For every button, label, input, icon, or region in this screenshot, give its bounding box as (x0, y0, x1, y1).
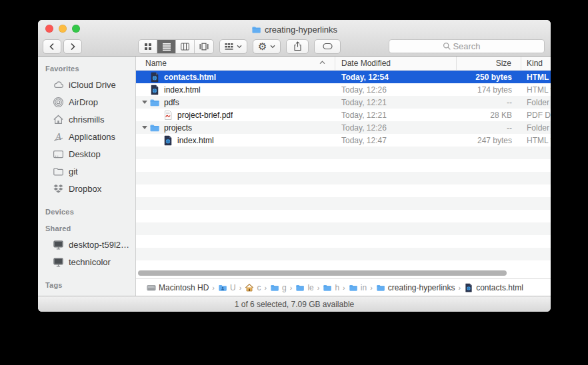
empty-row (136, 184, 551, 197)
share-icon (293, 41, 302, 51)
path-segment-h[interactable]: h (323, 283, 339, 292)
path-separator-icon: › (290, 284, 293, 292)
path-segment-contacts-html[interactable]: contacts.html (464, 283, 523, 292)
sidebar-item-technicolor[interactable]: technicolor (38, 253, 135, 270)
empty-row (136, 159, 551, 172)
path-segment-home[interactable]: c (245, 283, 261, 292)
column-header-name[interactable]: Name (136, 57, 335, 70)
dropbox-icon (53, 183, 64, 194)
sidebar-item-label: technicolor (69, 257, 111, 267)
share-button[interactable] (286, 39, 309, 54)
tag-icon (323, 43, 333, 50)
file-row-projects-folder[interactable]: projects Today, 12:26 -- Folder (136, 121, 551, 134)
home-icon (53, 114, 64, 125)
search-icon (443, 42, 451, 51)
title-bar[interactable]: creating-hyperlinks (38, 20, 551, 37)
file-row-index-html[interactable]: index.html Today, 12:26 174 bytes HTML t… (136, 83, 551, 96)
empty-row (136, 172, 551, 184)
column-header-size[interactable]: Size (457, 57, 521, 70)
empty-row (136, 235, 551, 248)
minimize-button[interactable] (59, 25, 67, 33)
scrollbar-thumb[interactable] (138, 270, 507, 276)
action-button[interactable]: ⚙ (253, 39, 281, 54)
sort-ascending-icon (319, 61, 325, 65)
disclosure-triangle[interactable] (140, 101, 149, 104)
sidebar-item-airdrop[interactable]: AirDrop (38, 93, 135, 111)
status-bar: 1 of 6 selected, 7.09 GB available (38, 296, 551, 312)
folder-icon (270, 283, 279, 292)
list-icon (163, 43, 171, 51)
file-row-contacts-html[interactable]: contacts.html Today, 12:54 250 bytes HTM… (136, 71, 551, 83)
sidebar-item-git[interactable]: git (38, 163, 135, 180)
back-button[interactable] (43, 39, 61, 54)
sidebar-item-dropbox[interactable]: Dropbox (38, 180, 135, 197)
sidebar-item-label: AirDrop (69, 97, 98, 107)
path-separator-icon: › (212, 284, 215, 292)
forward-button[interactable] (63, 39, 82, 54)
arrange-button[interactable] (219, 39, 247, 54)
window-title-group: creating-hyperlinks (251, 22, 337, 35)
folder-icon (349, 283, 358, 292)
window-chrome: creating-hyperlinks (38, 20, 551, 57)
desktop-icon (53, 149, 64, 160)
sidebar-item-label: chrismills (69, 115, 104, 125)
path-segment-le[interactable]: le (295, 283, 313, 292)
empty-row (136, 147, 551, 159)
search-field[interactable] (389, 39, 545, 53)
column-header-kind[interactable]: Kind (521, 57, 551, 70)
icon-view-button[interactable] (139, 40, 157, 53)
coverflow-view-button[interactable] (195, 40, 213, 53)
empty-row (136, 197, 551, 210)
file-row-project-brief-pdf[interactable]: project-brief.pdf Today, 12:21 28 KB PDF… (136, 109, 551, 121)
grid-icon (144, 43, 152, 51)
sidebar-item-label: desktop-t59l2… (69, 240, 129, 250)
empty-row (136, 248, 551, 260)
file-row-projects-index-html[interactable]: index.html Today, 12:47 247 bytes HTML t… (136, 134, 551, 147)
column-view-button[interactable] (176, 40, 195, 53)
path-segment-git[interactable]: g (270, 283, 287, 292)
disclosure-triangle[interactable] (140, 126, 149, 129)
close-button[interactable] (45, 25, 53, 33)
sidebar-item-icloud-drive[interactable]: iCloud Drive (38, 76, 135, 93)
file-row-pdfs-folder[interactable]: pdfs Today, 12:21 -- Folder (136, 96, 551, 109)
zoom-button[interactable] (72, 25, 80, 33)
sidebar: Favorites iCloud Drive AirDrop chrismill… (38, 57, 136, 296)
chevron-left-icon (49, 43, 55, 51)
folder-icon (149, 123, 160, 133)
column-header-date-modified[interactable]: Date Modified (335, 57, 457, 70)
monitor-icon (53, 239, 64, 250)
path-segment-users[interactable]: U (218, 283, 236, 292)
horizontal-scrollbar[interactable] (136, 270, 551, 277)
folder-proxy-icon (251, 25, 261, 35)
sidebar-item-desktop-t59l2[interactable]: desktop-t59l2… (38, 236, 135, 253)
html-file-icon (149, 85, 160, 95)
path-segment-macintosh-hd[interactable]: Macintosh HD (147, 283, 209, 292)
finder-window: creating-hyperlinks (38, 20, 551, 312)
window-title: creating-hyperlinks (265, 25, 337, 35)
path-separator-icon: › (239, 284, 242, 292)
view-mode-segmented-control (138, 39, 214, 54)
sidebar-section-tags: Tags (38, 276, 135, 292)
sidebar-item-desktop[interactable]: Desktop (38, 145, 135, 163)
path-separator-icon: › (370, 284, 373, 292)
cloud-icon (53, 79, 64, 91)
gear-icon: ⚙ (258, 41, 267, 51)
path-segment-creating-hyperlinks[interactable]: creating-hyperlinks (376, 283, 455, 292)
folder-outline-icon (53, 166, 64, 177)
tag-button[interactable] (314, 39, 341, 54)
path-separator-icon: › (317, 284, 320, 292)
html-file-icon (149, 72, 160, 83)
home-color-icon (245, 283, 254, 292)
arrange-icon (225, 43, 233, 51)
monitor-icon (53, 256, 64, 268)
html-file-icon (464, 283, 473, 292)
folder-icon (149, 97, 160, 108)
airdrop-icon (53, 97, 64, 108)
status-text: 1 of 6 selected, 7.09 GB available (235, 300, 354, 309)
search-input[interactable] (389, 40, 544, 53)
list-view-button[interactable] (157, 40, 176, 53)
sidebar-item-chrismills[interactable]: chrismills (38, 111, 135, 128)
sidebar-item-label: git (69, 167, 78, 177)
path-segment-in[interactable]: in (349, 283, 367, 292)
sidebar-item-applications[interactable]: Applications (38, 128, 135, 145)
